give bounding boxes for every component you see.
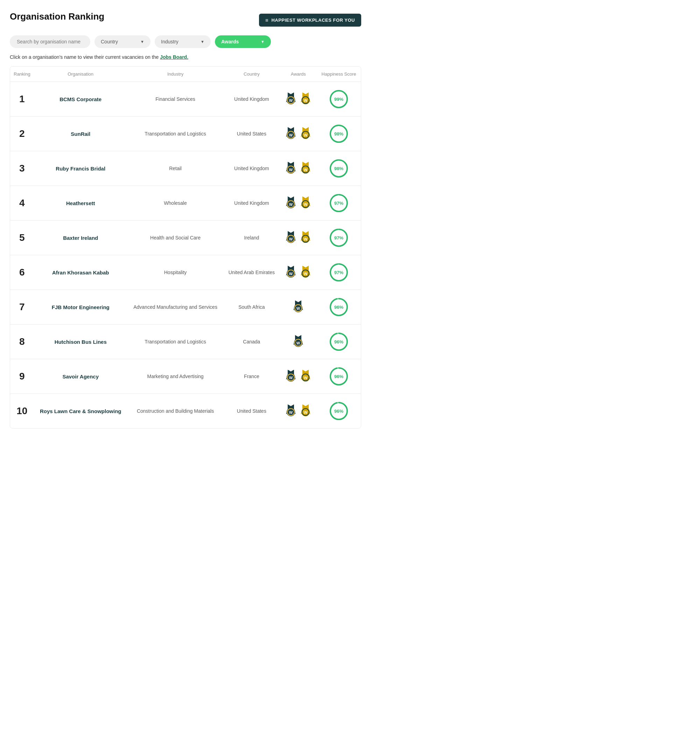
- org-name-cell[interactable]: Savoir Agency: [34, 359, 127, 394]
- awards-dropdown[interactable]: Awards ▼: [215, 35, 271, 48]
- award-badge-gold: W 2024: [299, 93, 312, 106]
- awards-cell: W 2024: [279, 290, 317, 324]
- rank-cell: 1: [10, 82, 34, 116]
- svg-text:W: W: [289, 237, 293, 241]
- award-badge-gold: W 2024: [299, 231, 312, 245]
- happiness-score-circle: 96%: [329, 298, 348, 317]
- country-label: Country: [101, 39, 118, 44]
- awards-cell: W 2024: [279, 324, 317, 359]
- awards-cell: W 2024 W 2024: [279, 221, 317, 255]
- svg-text:2024: 2024: [304, 241, 308, 243]
- rankings-table-container: Ranking Organisation Industry Country Aw…: [10, 66, 361, 429]
- happiness-score-circle: 96%: [329, 402, 348, 420]
- svg-text:2024: 2024: [290, 276, 293, 278]
- awards-cell: W 2024 W 2024: [279, 116, 317, 151]
- org-name[interactable]: Hutchison Bus Lines: [54, 339, 107, 345]
- award-badge-teal: W 2024: [284, 162, 297, 175]
- org-name-cell[interactable]: Baxter Ireland: [34, 221, 127, 255]
- country-cell: United Arab Emirates: [223, 255, 279, 290]
- svg-text:2024: 2024: [290, 137, 293, 139]
- chevron-down-icon: ▼: [261, 40, 265, 44]
- org-name-cell[interactable]: Ruby Francis Bridal: [34, 151, 127, 186]
- svg-text:W: W: [289, 168, 293, 172]
- col-industry: Industry: [127, 66, 224, 82]
- org-name-cell[interactable]: Heathersett: [34, 186, 127, 221]
- svg-text:2024: 2024: [297, 311, 300, 312]
- svg-text:2024: 2024: [304, 414, 308, 416]
- svg-text:2024: 2024: [290, 206, 293, 208]
- score-cell: 97%: [317, 221, 361, 255]
- org-name[interactable]: Ruby Francis Bridal: [56, 166, 105, 172]
- industry-cell: Wholesale: [127, 186, 224, 221]
- chevron-down-icon: ▼: [200, 40, 204, 44]
- industry-cell: Advanced Manufacturing and Services: [127, 290, 224, 324]
- table-row: 1BCMS CorporateFinancial ServicesUnited …: [10, 82, 361, 116]
- award-badge-gold: W 2024: [299, 196, 312, 210]
- info-text: Click on a organisation's name to view t…: [10, 54, 361, 60]
- jobs-board-link[interactable]: Jobs Board.: [160, 54, 188, 60]
- rank-cell: 6: [10, 255, 34, 290]
- svg-text:W: W: [304, 376, 308, 380]
- org-name-cell[interactable]: FJB Motor Engineering: [34, 290, 127, 324]
- score-cell: 99%: [317, 82, 361, 116]
- table-row: 8Hutchison Bus LinesTransportation and L…: [10, 324, 361, 359]
- awards-cell: W 2024 W 2024: [279, 151, 317, 186]
- org-name[interactable]: Afran Khorasan Kabab: [52, 270, 109, 275]
- org-name[interactable]: Roys Lawn Care & Snowplowing: [40, 408, 121, 414]
- svg-text:W: W: [289, 376, 293, 380]
- org-name-cell[interactable]: BCMS Corporate: [34, 82, 127, 116]
- org-name-cell[interactable]: Hutchison Bus Lines: [34, 324, 127, 359]
- rank-cell: 7: [10, 290, 34, 324]
- org-name[interactable]: SunRail: [71, 131, 90, 137]
- industry-cell: Transportation and Logistics: [127, 116, 224, 151]
- search-input[interactable]: [10, 35, 90, 48]
- rankings-table: Ranking Organisation Industry Country Aw…: [10, 66, 361, 428]
- award-badge-teal: W 2024: [284, 266, 297, 279]
- award-badge-gold: W 2024: [299, 370, 312, 383]
- table-row: 6Afran Khorasan KababHospitalityUnited A…: [10, 255, 361, 290]
- svg-text:W: W: [289, 410, 293, 414]
- rank-cell: 5: [10, 221, 34, 255]
- country-cell: Canada: [223, 324, 279, 359]
- svg-text:W: W: [304, 272, 308, 276]
- award-badge-teal: W 2024: [284, 93, 297, 106]
- org-name-cell[interactable]: SunRail: [34, 116, 127, 151]
- org-name[interactable]: Heathersett: [66, 200, 95, 206]
- svg-text:2024: 2024: [290, 103, 293, 104]
- svg-text:2024: 2024: [297, 345, 300, 347]
- table-row: 7FJB Motor EngineeringAdvanced Manufactu…: [10, 290, 361, 324]
- svg-text:W: W: [289, 99, 293, 103]
- award-badge-teal: W 2024: [284, 127, 297, 140]
- org-name[interactable]: Savoir Agency: [62, 374, 99, 380]
- industry-cell: Construction and Building Materials: [127, 394, 224, 429]
- industry-cell: Retail: [127, 151, 224, 186]
- happiness-score-circle: 98%: [329, 124, 348, 143]
- svg-text:W: W: [304, 237, 308, 241]
- org-name[interactable]: BCMS Corporate: [59, 96, 101, 102]
- svg-text:W: W: [289, 202, 293, 206]
- happiest-workplaces-button[interactable]: ≡ HAPPIEST WORKPLACES FOR YOU: [259, 14, 361, 27]
- industry-cell: Marketing and Advertising: [127, 359, 224, 394]
- industry-cell: Health and Social Care: [127, 221, 224, 255]
- org-name[interactable]: FJB Motor Engineering: [52, 304, 110, 310]
- award-badge-teal: W 2024: [291, 301, 305, 314]
- industry-dropdown[interactable]: Industry ▼: [155, 35, 211, 48]
- happiness-score-circle: 97%: [329, 194, 348, 212]
- table-row: 10Roys Lawn Care & SnowplowingConstructi…: [10, 394, 361, 429]
- org-name-cell[interactable]: Roys Lawn Care & Snowplowing: [34, 394, 127, 429]
- award-badge-teal: W 2024: [291, 335, 305, 348]
- org-name[interactable]: Baxter Ireland: [63, 235, 98, 241]
- award-badge-teal: W 2024: [284, 404, 297, 418]
- score-cell: 96%: [317, 394, 361, 429]
- org-name-cell[interactable]: Afran Khorasan Kabab: [34, 255, 127, 290]
- col-country: Country: [223, 66, 279, 82]
- industry-label: Industry: [161, 39, 178, 44]
- svg-text:W: W: [296, 341, 300, 345]
- happiest-btn-label: HAPPIEST WORKPLACES FOR YOU: [271, 18, 355, 23]
- country-dropdown[interactable]: Country ▼: [94, 35, 150, 48]
- country-cell: United Kingdom: [223, 186, 279, 221]
- rank-cell: 10: [10, 394, 34, 429]
- svg-text:2024: 2024: [304, 137, 308, 139]
- svg-text:W: W: [296, 306, 300, 311]
- svg-text:W: W: [304, 99, 308, 103]
